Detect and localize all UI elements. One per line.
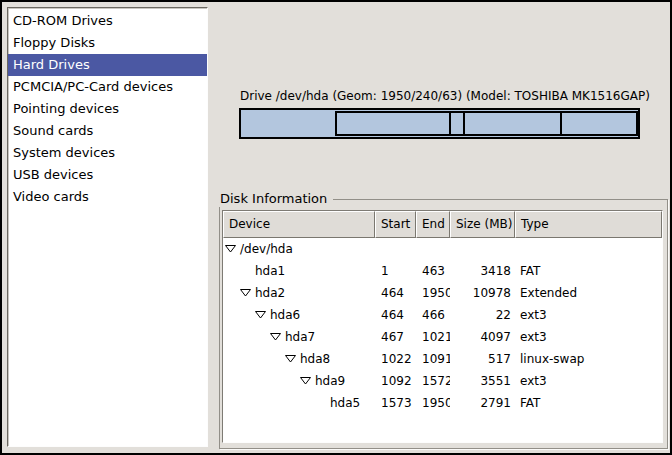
partition-divider <box>560 113 562 134</box>
tree-indent <box>223 381 300 382</box>
device-category-list: CD-ROM DrivesFloppy DisksHard DrivesPCMC… <box>7 7 208 447</box>
device-label: hda6 <box>270 304 300 326</box>
tree-indent <box>223 293 240 294</box>
table-row-hda6[interactable]: hda646446622ext3 <box>223 304 662 326</box>
table-row-hda8[interactable]: hda810221091517linux-swap <box>223 348 662 370</box>
start-value: 1 <box>375 260 416 282</box>
end-value: 463 <box>416 260 450 282</box>
partition-divider <box>463 113 465 134</box>
size-value: 3551 <box>450 370 515 392</box>
tree-indent <box>223 271 255 272</box>
header-device[interactable]: Device <box>223 211 375 238</box>
expander-down-icon[interactable] <box>285 355 296 363</box>
sidebar-item-system-devices[interactable]: System devices <box>8 142 207 164</box>
tree-indent <box>223 359 285 360</box>
device-label: hda8 <box>300 348 330 370</box>
size-value: 10978 <box>450 282 515 304</box>
size-value: 3418 <box>450 260 515 282</box>
device-label: hda1 <box>255 260 285 282</box>
start-value: 464 <box>375 304 416 326</box>
expander-down-icon[interactable] <box>255 311 266 319</box>
start-value: 467 <box>375 326 416 348</box>
expander-down-icon[interactable] <box>225 245 236 253</box>
partition-divider <box>449 113 451 134</box>
start-value: 1022 <box>375 348 416 370</box>
tree-indent <box>223 315 255 316</box>
hardware-browser-window: { "colors": { "window_bg": "#e2dfda", "s… <box>0 0 672 455</box>
type-value: ext3 <box>515 370 662 392</box>
end-value: 1021 <box>416 326 450 348</box>
size-value <box>450 238 515 260</box>
table-row-dev-hda[interactable]: /dev/hda <box>223 238 662 260</box>
type-value: Extended <box>515 282 662 304</box>
expander-down-icon[interactable] <box>240 289 251 297</box>
header-start[interactable]: Start <box>375 211 416 238</box>
sidebar-item-usb-devices[interactable]: USB devices <box>8 164 207 186</box>
type-value: ext3 <box>515 304 662 326</box>
sidebar-item-cd-rom-drives[interactable]: CD-ROM Drives <box>8 10 207 32</box>
header-end[interactable]: End <box>416 211 450 238</box>
end-value: 466 <box>416 304 450 326</box>
sidebar-item-hard-drives[interactable]: Hard Drives <box>8 54 207 76</box>
type-value: linux-swap <box>515 348 662 370</box>
groupbox-title: Disk Information <box>219 191 333 207</box>
end-value: 1091 <box>416 348 450 370</box>
device-label: hda2 <box>255 282 285 304</box>
size-value: 517 <box>450 348 515 370</box>
sidebar-item-floppy-disks[interactable]: Floppy Disks <box>8 32 207 54</box>
header-type[interactable]: Type <box>515 211 662 238</box>
end-value: 1572 <box>416 370 450 392</box>
device-label: hda9 <box>315 370 345 392</box>
start-value <box>375 238 416 260</box>
partition-bar <box>239 108 640 139</box>
table-row-hda7[interactable]: hda746710214097ext3 <box>223 326 662 348</box>
end-value <box>416 238 450 260</box>
size-value: 2791 <box>450 392 515 414</box>
type-value <box>515 238 662 260</box>
start-value: 1573 <box>375 392 416 414</box>
end-value: 1950 <box>416 392 450 414</box>
start-value: 1092 <box>375 370 416 392</box>
table-row-hda2[interactable]: hda2464195010978Extended <box>223 282 662 304</box>
size-value: 22 <box>450 304 515 326</box>
sidebar-item-pointing-devices[interactable]: Pointing devices <box>8 98 207 120</box>
expander-down-icon[interactable] <box>270 333 281 341</box>
type-value: ext3 <box>515 326 662 348</box>
size-value: 4097 <box>450 326 515 348</box>
drive-heading: Drive /dev/hda (Geom: 1950/240/63) (Mode… <box>240 89 650 103</box>
disk-information-groupbox: Disk Information Device Start End Size (… <box>219 199 668 449</box>
sidebar-item-pcmcia-pc-card-devices[interactable]: PCMCIA/PC-Card devices <box>8 76 207 98</box>
type-value: FAT <box>515 260 662 282</box>
start-value: 464 <box>375 282 416 304</box>
table-body: /dev/hdahda114633418FAThda2464195010978E… <box>223 238 662 414</box>
device-label: /dev/hda <box>240 238 293 260</box>
header-size[interactable]: Size (MB) <box>450 211 515 238</box>
expander-down-icon[interactable] <box>300 377 311 385</box>
tree-indent <box>223 337 270 338</box>
table-header: Device Start End Size (MB) Type <box>223 211 662 238</box>
extended-partition-region <box>335 111 638 136</box>
type-value: FAT <box>515 392 662 414</box>
sidebar-item-video-cards[interactable]: Video cards <box>8 186 207 208</box>
table-row-hda9[interactable]: hda9109215723551ext3 <box>223 370 662 392</box>
table-row-hda1[interactable]: hda114633418FAT <box>223 260 662 282</box>
sidebar-item-sound-cards[interactable]: Sound cards <box>8 120 207 142</box>
disk-table: Device Start End Size (MB) Type /dev/hda… <box>222 210 663 443</box>
device-label: hda5 <box>330 392 360 414</box>
tree-indent <box>223 403 330 404</box>
end-value: 1950 <box>416 282 450 304</box>
device-label: hda7 <box>285 326 315 348</box>
table-row-hda5[interactable]: hda5157319502791FAT <box>223 392 662 414</box>
